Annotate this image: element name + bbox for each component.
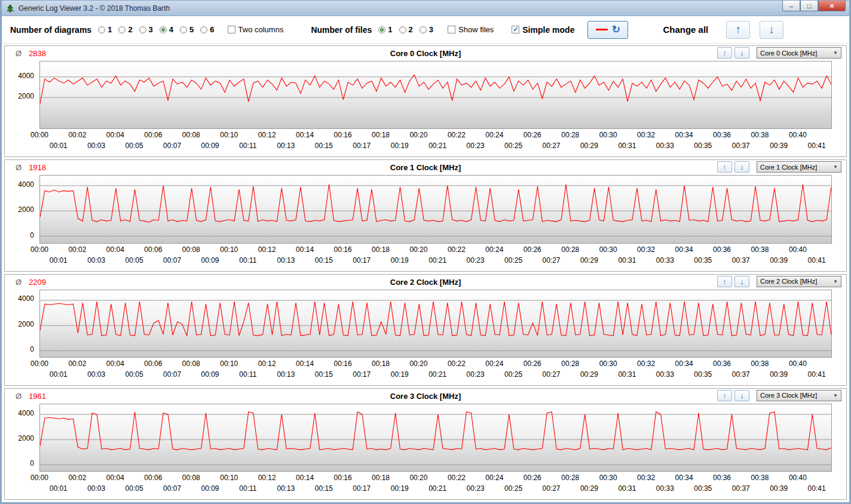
x-tick-label: 00:13 [277,256,295,265]
channel-select[interactable]: Core 2 Clock [MHz]▼ [757,276,841,287]
diagrams-radio-2[interactable]: 2 [118,25,132,34]
charts-area: Ø2838 Core 0 Clock [MHz] ↑ ↓ Core 0 Cloc… [2,44,849,502]
channel-select[interactable]: Core 0 Clock [MHz]▼ [757,47,841,59]
minimize-button[interactable]: – [782,1,800,11]
x-tick-label: 00:20 [409,359,427,368]
up-arrow-icon: ↑ [723,278,727,285]
average-value: 1918 [29,163,46,172]
channel-select-value: Core 1 Clock [MHz] [760,164,817,171]
change-all-down-button[interactable]: ↓ [760,21,783,39]
change-all-up-button[interactable]: ↑ [726,21,750,39]
x-tick-label: 00:15 [315,142,333,150]
x-tick-label: 00:29 [580,484,598,493]
channel-select[interactable]: Core 1 Clock [MHz]▼ [757,161,841,173]
close-button[interactable]: × [818,1,846,11]
channel-down-button[interactable]: ↓ [734,390,749,401]
window-title: Generic Log Viewer 3.2 - © 2018 Thomas B… [19,4,170,13]
x-tick-label: 00:09 [201,142,219,150]
x-tick-label: 00:12 [258,359,276,368]
files-radio-2[interactable]: 2 [399,25,413,34]
x-tick-label: 00:18 [372,245,390,254]
maximize-button[interactable]: □ [800,1,818,11]
channel-up-button[interactable]: ↑ [717,390,732,401]
x-tick-label: 00:25 [504,370,522,379]
x-tick-label: 00:29 [580,370,598,379]
files-radio-3[interactable]: 3 [420,25,433,34]
x-tick-label: 00:11 [239,484,256,493]
x-tick-label: 00:10 [220,131,238,139]
radio-label: 1 [388,25,392,34]
change-all-label: Change all [663,24,708,35]
line-style-refresh-button[interactable]: ↻ [587,21,628,39]
x-tick-label: 00:35 [694,484,712,493]
x-tick-label: 00:31 [618,370,636,379]
x-tick-label: 00:23 [467,370,485,379]
chart-plot[interactable] [39,404,832,472]
checkbox-icon [228,26,235,33]
down-arrow-icon: ↓ [769,24,775,35]
channel-up-button[interactable]: ↑ [717,47,732,59]
chart-plot[interactable] [39,61,832,129]
radio-selected-icon [160,26,167,33]
simple-mode-checkbox[interactable]: ✓ Simple mode [512,25,574,35]
radio-label: 1 [108,25,112,34]
two-columns-checkbox[interactable]: Two columns [228,25,284,34]
close-icon: × [829,1,834,10]
channel-up-button[interactable]: ↑ [717,276,732,287]
y-tick-label: 4000 [18,72,34,80]
x-tick-label: 00:13 [277,142,295,150]
x-axis-labels: 00:0000:0100:0200:0300:0400:0500:0600:07… [39,244,832,269]
two-columns-label: Two columns [238,25,284,34]
x-tick-label: 00:11 [239,142,256,150]
x-tick-label: 00:05 [125,484,143,493]
chart-plot[interactable] [39,290,832,358]
radio-label: 6 [210,25,214,34]
x-tick-label: 00:30 [599,474,617,482]
channel-select-value: Core 2 Clock [MHz] [760,278,817,285]
diagrams-radio-5[interactable]: 5 [180,25,194,34]
x-tick-label: 00:12 [258,245,276,254]
title-bar[interactable]: Generic Log Viewer 3.2 - © 2018 Thomas B… [2,1,849,16]
x-tick-label: 00:17 [353,370,371,379]
chart-plot[interactable] [39,175,832,243]
chart-panel-core3: Ø1961 Core 3 Clock [MHz] ↑ ↓ Core 3 Cloc… [4,388,847,500]
x-tick-label: 00:08 [182,474,200,482]
diagrams-radio-6[interactable]: 6 [200,25,214,34]
channel-down-button[interactable]: ↓ [734,161,749,173]
x-tick-label: 00:14 [296,131,314,139]
channel-up-button[interactable]: ↑ [717,161,732,173]
y-axis-labels: 020004000 [5,404,39,472]
y-tick-label: 2000 [18,434,34,442]
checkbox-checked-icon: ✓ [512,26,519,33]
channel-down-button[interactable]: ↓ [734,47,749,59]
diagrams-radio-4[interactable]: 4 [160,25,173,34]
x-tick-label: 00:12 [258,474,276,482]
x-tick-label: 00:34 [675,474,693,482]
x-tick-label: 00:08 [182,131,200,139]
x-tick-label: 00:27 [542,484,560,493]
x-tick-label: 00:31 [618,256,636,265]
show-files-checkbox[interactable]: Show files [448,25,494,34]
x-tick-label: 00:37 [732,142,750,150]
channel-down-button[interactable]: ↓ [734,276,749,287]
x-tick-label: 00:41 [808,370,826,379]
diagrams-radio-3[interactable]: 3 [139,25,153,34]
x-tick-label: 00:22 [448,245,466,254]
x-tick-label: 00:18 [372,474,390,482]
diagrams-radio-1[interactable]: 1 [98,25,112,34]
simple-mode-label: Simple mode [522,25,574,35]
files-radio-1[interactable]: 1 [378,25,392,34]
x-tick-label: 00:00 [30,474,48,482]
chart-title: Core 2 Clock [MHz] [390,278,461,287]
x-tick-label: 00:02 [68,131,86,139]
channel-select[interactable]: Core 3 Clock [MHz]▼ [757,390,841,401]
checkbox-icon [448,26,455,33]
x-tick-label: 00:23 [467,484,485,493]
series-line [40,75,831,103]
x-tick-label: 00:09 [201,370,219,379]
x-tick-label: 00:24 [485,474,503,482]
down-arrow-icon: ↓ [740,163,744,171]
x-tick-label: 00:08 [182,245,200,254]
x-tick-label: 00:24 [485,359,503,368]
radio-icon [98,26,105,33]
